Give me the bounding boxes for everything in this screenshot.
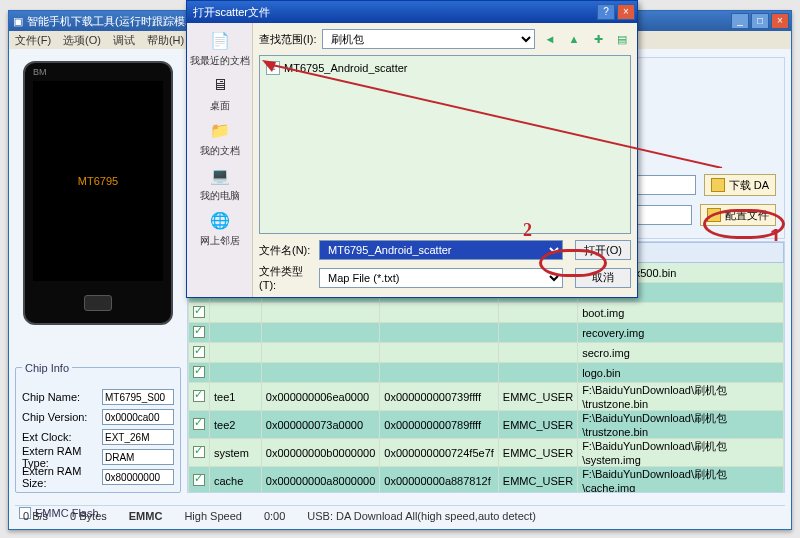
- table-row[interactable]: tee2 0x000000073a0000 0x000000000789ffff…: [189, 411, 784, 439]
- row-checkbox[interactable]: [193, 366, 205, 378]
- places-bar: 📄我最近的文档🖥桌面📁我的文档💻我的电脑🌐网上邻居: [187, 23, 253, 297]
- cell-location: F:\BaiduYunDownload\刷机包\trustzone.bin: [578, 411, 784, 439]
- row-checkbox[interactable]: [193, 446, 205, 458]
- lookin-select[interactable]: 刷机包: [322, 29, 535, 49]
- place-label: 网上邻居: [200, 234, 240, 248]
- cell-start: 0x000000006ea0000: [261, 383, 380, 411]
- cell-region: [498, 343, 577, 363]
- filename-input[interactable]: MT6795_Android_scatter: [319, 240, 563, 260]
- table-row[interactable]: tee1 0x000000006ea0000 0x000000000739fff…: [189, 383, 784, 411]
- row-checkbox[interactable]: [193, 474, 205, 486]
- table-row[interactable]: logo.bin: [189, 363, 784, 383]
- cell-end: 0x000000000739ffff: [380, 383, 499, 411]
- status-time: 0:00: [264, 510, 285, 522]
- chip-label: Chip Version:: [22, 411, 87, 423]
- filetype-label: 文件类型(T):: [259, 264, 313, 291]
- cell-end: [380, 303, 499, 323]
- place-item[interactable]: 📄我最近的文档: [190, 27, 250, 68]
- cell-location: secro.img: [578, 343, 784, 363]
- cell-start: 0x00000000b0000000: [261, 439, 380, 467]
- cell-name: [210, 343, 262, 363]
- cell-region: EMMC_USER: [498, 411, 577, 439]
- views-icon[interactable]: ▤: [613, 30, 631, 48]
- place-icon: 🖥: [205, 72, 235, 98]
- status-speed: 0 B/s: [23, 510, 48, 522]
- chip-value[interactable]: [102, 409, 174, 425]
- phone-brand: BM: [33, 67, 47, 77]
- textfile-icon: ≡: [266, 61, 280, 75]
- cell-end: [380, 343, 499, 363]
- app-icon: ▣: [13, 15, 23, 28]
- cancel-button[interactable]: 取消: [575, 268, 631, 288]
- dialog-help-button[interactable]: ?: [597, 4, 615, 20]
- minimize-button[interactable]: _: [731, 13, 749, 29]
- cell-region: EMMC_USER: [498, 439, 577, 467]
- menu-help[interactable]: 帮助(H): [147, 33, 184, 47]
- place-item[interactable]: 🖥桌面: [205, 72, 235, 113]
- phone-home-button: [84, 295, 112, 311]
- chip-label: Chip Name:: [22, 391, 80, 403]
- menu-options[interactable]: 选项(O): [63, 33, 101, 47]
- row-checkbox[interactable]: [193, 346, 205, 358]
- dialog-title: 打开scatter文件: [193, 5, 270, 20]
- cell-region: EMMC_USER: [498, 383, 577, 411]
- cell-name: tee2: [210, 411, 262, 439]
- place-label: 我的文档: [200, 144, 240, 158]
- up-icon[interactable]: ▲: [565, 30, 583, 48]
- open-button[interactable]: 打开(O): [575, 240, 631, 260]
- cell-start: [261, 323, 380, 343]
- status-bytes: 0 Bytes: [70, 510, 107, 522]
- cell-name: tee1: [210, 383, 262, 411]
- download-da-button[interactable]: 下载 DA: [704, 174, 776, 196]
- maximize-button[interactable]: □: [751, 13, 769, 29]
- dialog-close-button[interactable]: ×: [617, 4, 635, 20]
- cell-start: [261, 303, 380, 323]
- chip-value[interactable]: [102, 449, 174, 465]
- close-button[interactable]: ×: [771, 13, 789, 29]
- table-row[interactable]: system 0x00000000b0000000 0x000000000724…: [189, 439, 784, 467]
- menu-debug[interactable]: 调试: [113, 33, 135, 47]
- row-checkbox[interactable]: [193, 390, 205, 402]
- chip-value[interactable]: [102, 389, 174, 405]
- folder-icon: [711, 178, 725, 192]
- cell-end: [380, 363, 499, 383]
- place-item[interactable]: 💻我的电脑: [200, 162, 240, 203]
- lookin-label: 查找范围(I):: [259, 32, 316, 47]
- cell-name: [210, 303, 262, 323]
- cell-location: F:\BaiduYunDownload\刷机包\cache.img: [578, 467, 784, 494]
- table-row[interactable]: recovery.img: [189, 323, 784, 343]
- cell-start: [261, 363, 380, 383]
- table-row[interactable]: cache 0x00000000a8000000 0x00000000a8878…: [189, 467, 784, 494]
- menu-file[interactable]: 文件(F): [15, 33, 51, 47]
- file-item[interactable]: ≡ MT6795_Android_scatter: [264, 60, 626, 76]
- dialog-titlebar: 打开scatter文件 ? ×: [187, 1, 637, 23]
- chip-value[interactable]: [102, 429, 174, 445]
- place-icon: 📄: [205, 27, 235, 53]
- place-item[interactable]: 🌐网上邻居: [200, 207, 240, 248]
- cell-end: 0x00000000a887812f: [380, 467, 499, 494]
- config-file-button[interactable]: 配置文件: [700, 204, 776, 226]
- cell-region: [498, 363, 577, 383]
- cell-name: cache: [210, 467, 262, 494]
- status-mode: High Speed: [184, 510, 242, 522]
- status-storage: EMMC: [129, 510, 163, 522]
- row-checkbox[interactable]: [193, 306, 205, 318]
- row-checkbox[interactable]: [193, 418, 205, 430]
- place-item[interactable]: 📁我的文档: [200, 117, 240, 158]
- main-title: 智能手机下载工具(运行时跟踪模...): [27, 14, 198, 29]
- place-label: 我的电脑: [200, 189, 240, 203]
- back-icon[interactable]: ◄: [541, 30, 559, 48]
- phone-model-label: MT6795: [78, 175, 118, 187]
- place-icon: 📁: [205, 117, 235, 143]
- cell-location: logo.bin: [578, 363, 784, 383]
- row-checkbox[interactable]: [193, 326, 205, 338]
- config-file-label: 配置文件: [725, 208, 769, 223]
- table-row[interactable]: secro.img: [189, 343, 784, 363]
- filetype-select[interactable]: Map File (*.txt): [319, 268, 563, 288]
- cell-end: 0x000000000789ffff: [380, 411, 499, 439]
- file-list[interactable]: ≡ MT6795_Android_scatter: [259, 55, 631, 234]
- chip-value[interactable]: [102, 469, 174, 485]
- table-row[interactable]: boot.img: [189, 303, 784, 323]
- newfolder-icon[interactable]: ✚: [589, 30, 607, 48]
- phone-screen: MT6795: [33, 81, 163, 281]
